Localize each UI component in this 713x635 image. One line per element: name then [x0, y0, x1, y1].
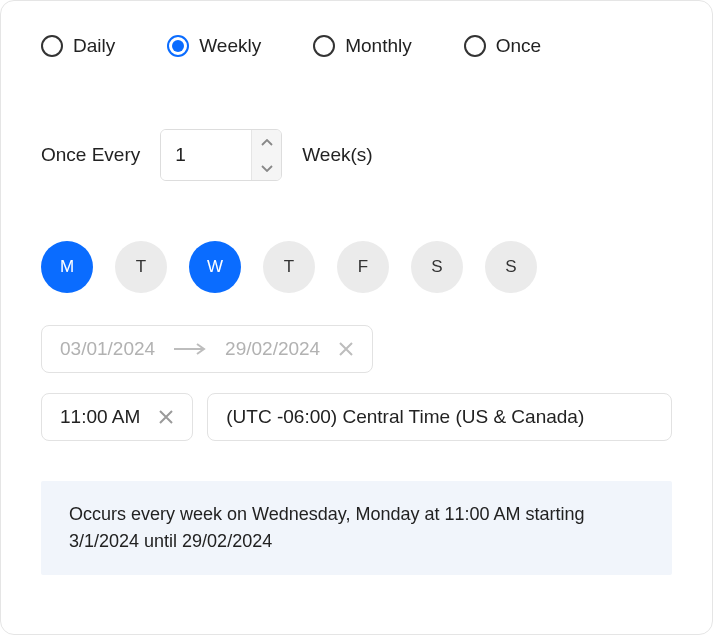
frequency-label: Weekly: [199, 35, 261, 57]
frequency-option-daily[interactable]: Daily: [41, 35, 115, 57]
schedule-summary-text: Occurs every week on Wednesday, Monday a…: [69, 504, 585, 551]
date-range-picker[interactable]: 03/01/2024 29/02/2024: [41, 325, 373, 373]
radio-icon: [41, 35, 63, 57]
close-icon: [158, 409, 174, 425]
frequency-label: Once: [496, 35, 541, 57]
day-of-week-selector: M T W T F S S: [41, 241, 672, 293]
date-range-end: 29/02/2024: [225, 338, 320, 360]
stepper-down-button[interactable]: [252, 155, 281, 180]
time-picker[interactable]: 11:00 AM: [41, 393, 193, 441]
radio-icon: [167, 35, 189, 57]
day-chip-fri[interactable]: F: [337, 241, 389, 293]
frequency-label: Monthly: [345, 35, 412, 57]
clear-date-range-button[interactable]: [338, 341, 354, 357]
day-chip-tue[interactable]: T: [115, 241, 167, 293]
schedule-editor: Daily Weekly Monthly Once Once Every: [0, 0, 713, 635]
interval-input[interactable]: [161, 130, 251, 180]
frequency-option-once[interactable]: Once: [464, 35, 541, 57]
time-value: 11:00 AM: [60, 406, 140, 428]
interval-suffix: Week(s): [302, 144, 372, 166]
frequency-label: Daily: [73, 35, 115, 57]
close-icon: [338, 341, 354, 357]
interval-row: Once Every Week(s): [41, 129, 672, 181]
interval-stepper: [160, 129, 282, 181]
day-chip-sat[interactable]: S: [411, 241, 463, 293]
stepper-up-button[interactable]: [252, 130, 281, 155]
day-chip-mon[interactable]: M: [41, 241, 93, 293]
frequency-option-weekly[interactable]: Weekly: [167, 35, 261, 57]
day-chip-wed[interactable]: W: [189, 241, 241, 293]
day-chip-sun[interactable]: S: [485, 241, 537, 293]
stepper-buttons: [251, 130, 281, 180]
interval-prefix: Once Every: [41, 144, 140, 166]
timezone-picker[interactable]: (UTC -06:00) Central Time (US & Canada): [207, 393, 672, 441]
schedule-summary: Occurs every week on Wednesday, Monday a…: [41, 481, 672, 575]
arrow-right-icon: [173, 343, 207, 355]
frequency-option-monthly[interactable]: Monthly: [313, 35, 412, 57]
time-row: 11:00 AM (UTC -06:00) Central Time (US &…: [41, 393, 672, 441]
frequency-radio-group: Daily Weekly Monthly Once: [41, 35, 672, 57]
date-range-start: 03/01/2024: [60, 338, 155, 360]
day-chip-thu[interactable]: T: [263, 241, 315, 293]
clear-time-button[interactable]: [158, 409, 174, 425]
chevron-down-icon: [261, 164, 273, 172]
radio-icon: [313, 35, 335, 57]
timezone-label: (UTC -06:00) Central Time (US & Canada): [226, 406, 584, 428]
radio-icon: [464, 35, 486, 57]
chevron-up-icon: [261, 139, 273, 147]
